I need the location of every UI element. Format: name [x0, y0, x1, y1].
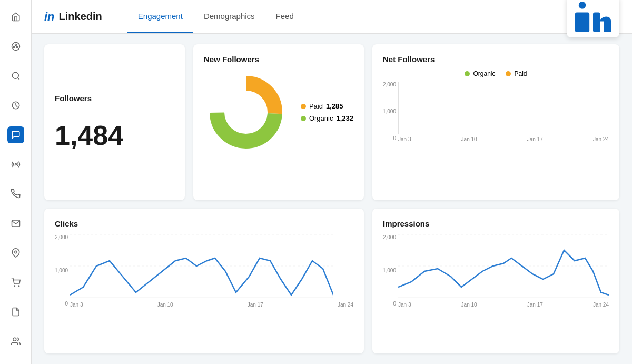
svg-rect-12	[575, 12, 589, 32]
sidebar	[0, 0, 32, 364]
organic-label: Organic	[309, 114, 333, 122]
sidebar-icon-mail[interactable]	[7, 215, 24, 232]
new-followers-title: New Followers	[204, 55, 353, 64]
sidebar-icon-messages[interactable]	[7, 126, 24, 143]
svg-line-5	[17, 77, 19, 79]
paid-legend-item: Paid 1,285	[301, 102, 353, 110]
net-x-jan3: Jan 3	[398, 136, 411, 142]
followers-card: Followers 1,484	[44, 44, 185, 200]
svg-point-8	[14, 286, 15, 287]
header: in Linkedin Engagement Demographics Feed	[32, 0, 632, 34]
linkedin-big-logo-icon	[575, 2, 611, 32]
svg-rect-13	[593, 12, 600, 32]
clicks-x-jan10: Jan 10	[157, 302, 173, 308]
impressions-y-0: 0	[383, 301, 396, 307]
impressions-x-jan24: Jan 24	[593, 302, 609, 308]
clicks-y-2000: 2,000	[55, 234, 68, 240]
sidebar-icon-broadcast[interactable]	[7, 156, 24, 173]
bar-chart	[398, 82, 609, 134]
net-followers-chart: 2,000 1,000 0	[383, 82, 609, 142]
clicks-title: Clicks	[55, 219, 353, 228]
content-grid: Followers 1,484 New Followers	[32, 34, 632, 364]
net-x-labels: Jan 3 Jan 10 Jan 17 Jan 24	[398, 134, 609, 142]
brand-in-icon: in	[44, 10, 55, 24]
followers-card-title: Followers	[55, 94, 174, 103]
main-area: in Linkedin Engagement Demographics Feed…	[32, 0, 632, 364]
impressions-y-1000: 1,000	[383, 268, 396, 273]
svg-point-4	[12, 72, 18, 78]
clicks-y-1000: 1,000	[55, 268, 68, 273]
clicks-x-jan3: Jan 3	[70, 302, 83, 308]
net-x-jan24: Jan 24	[593, 136, 609, 142]
net-y-2000: 2,000	[383, 82, 396, 87]
tab-engagement[interactable]: Engagement	[127, 0, 193, 33]
paid-label: Paid	[309, 102, 323, 110]
tab-demographics[interactable]: Demographics	[193, 0, 265, 33]
clicks-x-labels: Jan 3 Jan 10 Jan 17 Jan 24	[70, 300, 353, 308]
organic-value: 1,232	[336, 114, 353, 122]
svg-point-10	[13, 338, 16, 341]
clicks-y-labels: 2,000 1,000 0	[55, 234, 68, 308]
new-followers-card: New Followers Paid 1,285	[193, 44, 364, 200]
net-followers-card: Net Followers Organic Paid 2,000 1,000 0	[372, 44, 619, 200]
organic-legend-item: Organic 1,232	[301, 114, 353, 122]
net-paid-label: Paid	[514, 70, 527, 77]
impressions-x-jan10: Jan 10	[461, 302, 477, 308]
net-y-0: 0	[383, 135, 396, 141]
sidebar-icon-analytics[interactable]	[7, 97, 24, 114]
sidebar-icon-palette[interactable]	[7, 38, 24, 55]
impressions-line-chart	[398, 234, 609, 298]
sidebar-icon-location[interactable]	[7, 244, 24, 261]
clicks-y-0: 0	[55, 301, 68, 307]
clicks-chart: 2,000 1,000 0 Jan 3 Jan 10 Jan 17	[55, 234, 353, 308]
net-paid-dot	[506, 71, 511, 76]
impressions-x-jan3: Jan 3	[398, 302, 411, 308]
sidebar-icon-home[interactable]	[7, 8, 24, 25]
impressions-title: Impressions	[383, 219, 609, 228]
net-organic-legend: Organic	[465, 70, 495, 77]
svg-point-1	[15, 44, 16, 46]
sidebar-icon-cart[interactable]	[7, 274, 24, 291]
donut-chart	[204, 70, 288, 154]
paid-dot	[301, 104, 306, 109]
net-organic-dot	[465, 71, 470, 76]
net-followers-title: Net Followers	[383, 55, 609, 64]
sidebar-icon-search[interactable]	[7, 67, 24, 84]
net-x-jan17: Jan 17	[527, 136, 543, 142]
impressions-y-labels: 2,000 1,000 0	[383, 234, 396, 308]
linkedin-logo-card	[567, 0, 619, 37]
net-y-1000: 1,000	[383, 109, 396, 114]
brand: in Linkedin	[44, 10, 102, 24]
net-x-jan10: Jan 10	[461, 136, 477, 142]
net-organic-label: Organic	[473, 70, 495, 77]
net-paid-legend: Paid	[506, 70, 527, 77]
sidebar-icon-people[interactable]	[7, 333, 24, 350]
clicks-x-jan17: Jan 17	[248, 302, 263, 308]
impressions-y-2000: 2,000	[383, 234, 396, 240]
impressions-x-labels: Jan 3 Jan 10 Jan 17 Jan 24	[398, 300, 609, 308]
tab-feed[interactable]: Feed	[265, 0, 304, 33]
brand-name: Linkedin	[59, 11, 102, 23]
svg-point-11	[579, 2, 586, 9]
paid-value: 1,285	[326, 102, 343, 110]
followers-value: 1,484	[55, 120, 174, 151]
sidebar-icon-document[interactable]	[7, 303, 24, 320]
impressions-card: Impressions 2,000 1,000 0 Jan 3	[372, 209, 619, 353]
svg-point-7	[14, 251, 17, 253]
nav-tabs: Engagement Demographics Feed	[127, 0, 304, 33]
sidebar-icon-phone[interactable]	[7, 185, 24, 202]
donut-legend: Paid 1,285 Organic 1,232	[301, 102, 353, 122]
clicks-card: Clicks 2,000 1,000 0 Jan 3	[44, 209, 364, 353]
impressions-x-jan17: Jan 17	[527, 302, 543, 308]
donut-chart-container: Paid 1,285 Organic 1,232	[204, 70, 353, 154]
clicks-line-chart	[70, 234, 333, 298]
clicks-x-jan24: Jan 24	[338, 302, 353, 308]
organic-dot	[301, 116, 306, 121]
net-y-labels: 2,000 1,000 0	[383, 82, 396, 142]
svg-point-3	[16, 46, 18, 48]
svg-point-9	[18, 286, 19, 287]
svg-point-2	[13, 46, 15, 48]
svg-point-16	[225, 91, 267, 133]
impressions-chart: 2,000 1,000 0 Jan 3 Jan 10 Jan 17	[383, 234, 609, 308]
svg-point-6	[15, 164, 16, 165]
